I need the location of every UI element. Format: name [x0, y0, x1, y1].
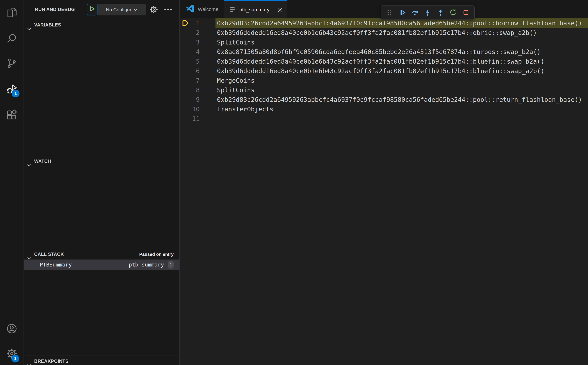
line-number[interactable]: 3	[180, 37, 200, 47]
file-lines-icon	[230, 7, 236, 12]
search-icon	[6, 33, 17, 44]
editor-line[interactable]: 7 MergeCoins	[180, 76, 588, 85]
section-header-breakpoints[interactable]: BREAKPOINTS	[24, 356, 179, 365]
tab-label: ptb_summary	[239, 7, 269, 12]
editor-line[interactable]: 3 SplitCoins	[180, 37, 588, 47]
launch-configuration-control: No Configur	[87, 4, 146, 15]
line-code[interactable]: 0xb29d83c26cdd2a64959263abbcfc4a6937f0c9…	[215, 95, 588, 104]
panel-title: RUN AND DEBUG	[35, 0, 75, 19]
section-label: CALL STACK	[34, 249, 64, 260]
thread-count-badge: 1	[168, 261, 174, 269]
restart-button[interactable]	[450, 9, 457, 16]
sidebar-item-run-and-debug[interactable]: 1	[6, 84, 17, 95]
line-code[interactable]: 0xb39d6dddedd16ed8a40ce0b1e6b43c92acf0ff…	[215, 56, 588, 66]
configure-gear-button[interactable]	[150, 6, 158, 14]
debug-toolbar	[381, 5, 475, 20]
continue-button[interactable]	[398, 9, 406, 16]
section-header-call-stack[interactable]: CALL STACK Paused on entry	[24, 249, 179, 260]
section-header-watch[interactable]: WATCH	[24, 156, 179, 167]
drag-grip-handle[interactable]	[386, 9, 393, 16]
line-code[interactable]: MergeCoins	[215, 76, 588, 85]
section-label: BREAKPOINTS	[34, 356, 68, 365]
pause-reason-status: Paused on entry	[139, 249, 174, 260]
sidebar-item-search[interactable]	[6, 33, 17, 44]
sidebar-item-source-control[interactable]	[6, 58, 17, 69]
editor-line[interactable]: 8 SplitCoins	[180, 85, 588, 95]
chevron-down-icon	[134, 7, 138, 12]
sidebar-item-explorer[interactable]	[6, 7, 17, 18]
section-label: WATCH	[34, 156, 51, 167]
more-actions-button[interactable]	[164, 7, 172, 13]
editor-area: Welcome ptb_summary	[180, 0, 588, 365]
line-number[interactable]: 11	[180, 114, 200, 124]
section-label: VARIABLES	[34, 20, 61, 30]
line-number[interactable]: 10	[180, 104, 200, 114]
editor-line[interactable]: 5 0xb39d6dddedd16ed8a40ce0b1e6b43c92acf0…	[180, 56, 588, 66]
extensions-icon	[6, 110, 17, 120]
tab-welcome[interactable]: Welcome	[180, 0, 224, 18]
section-header-variables[interactable]: VARIABLES	[24, 20, 179, 30]
line-number[interactable]: 4	[180, 47, 200, 56]
editor-line[interactable]: 10 TransferObjects	[180, 104, 588, 114]
section-divider	[24, 248, 179, 248]
vscode-logo-icon	[186, 5, 194, 14]
line-code[interactable]: 0x8ae871505a80d8bf6bf9c05906cda6edfeea46…	[215, 47, 588, 56]
start-debugging-button[interactable]	[87, 4, 98, 15]
account-icon	[6, 323, 17, 334]
files-icon	[6, 7, 17, 18]
line-number[interactable]: 6	[180, 66, 200, 76]
run-and-debug-panel: RUN AND DEBUG No Configur	[24, 0, 180, 365]
line-code[interactable]: 0xb39d6dddedd16ed8a40ce0b1e6b43c92acf0ff…	[215, 66, 588, 76]
step-over-button[interactable]	[411, 9, 419, 16]
code-editor: 1 0xb29d83c26cdd2a64959263abbcfc4a6937f0…	[180, 18, 588, 124]
activity-bar: 1 1	[0, 0, 24, 365]
chevron-down-icon	[27, 253, 31, 256]
tab-ptb-summary[interactable]: ptb_summary	[224, 0, 287, 18]
section-divider	[24, 155, 179, 155]
configuration-select[interactable]: No Configur	[98, 4, 146, 15]
line-code[interactable]: 0xb39d6dddedd16ed8a40ce0b1e6b43c92acf0ff…	[215, 28, 588, 37]
git-branch-icon	[6, 58, 17, 69]
manage-button[interactable]: 1	[6, 348, 17, 359]
call-stack-session-row[interactable]: PTBSummary ptb_summary 1	[24, 260, 179, 270]
line-code[interactable]: SplitCoins	[215, 85, 588, 95]
step-into-button[interactable]	[424, 9, 431, 16]
manage-count-badge: 1	[11, 355, 19, 362]
line-number[interactable]: 2	[180, 28, 200, 37]
editor-line[interactable]: 9 0xb29d83c26cdd2a64959263abbcfc4a6937f0…	[180, 95, 588, 104]
vscode-window: 1 1	[0, 0, 588, 365]
editor-line[interactable]: 6 0xb39d6dddedd16ed8a40ce0b1e6b43c92acf0…	[180, 66, 588, 76]
play-icon	[90, 6, 95, 13]
line-code[interactable]: TransferObjects	[215, 104, 588, 114]
step-out-button[interactable]	[437, 9, 444, 16]
editor-line[interactable]: 11	[180, 114, 588, 124]
stop-button[interactable]	[462, 9, 470, 16]
line-number[interactable]: 9	[180, 95, 200, 104]
chevron-down-icon	[27, 160, 31, 163]
section-divider	[24, 355, 179, 355]
close-icon[interactable]	[278, 7, 282, 12]
chevron-down-icon	[27, 23, 31, 27]
line-number[interactable]: 5	[180, 56, 200, 66]
sidebar-item-extensions[interactable]	[6, 110, 17, 120]
debug-count-badge: 1	[12, 90, 20, 98]
tab-label: Welcome	[198, 7, 219, 12]
line-number[interactable]: 7	[180, 76, 200, 85]
session-file: ptb_summary	[129, 262, 164, 267]
configuration-select-label: No Configur	[106, 7, 131, 12]
editor-line[interactable]: 4 0x8ae871505a80d8bf6bf9c05906cda6edfeea…	[180, 47, 588, 56]
current-frame-arrow-icon	[182, 20, 189, 27]
line-code[interactable]: SplitCoins	[215, 37, 588, 47]
line-number[interactable]: 8	[180, 85, 200, 95]
line-code[interactable]	[215, 114, 588, 124]
editor-line[interactable]: 2 0xb39d6dddedd16ed8a40ce0b1e6b43c92acf0…	[180, 28, 588, 37]
session-name: PTBSummary	[40, 262, 72, 267]
accounts-button[interactable]	[6, 323, 17, 334]
chevron-down-icon	[27, 360, 31, 363]
